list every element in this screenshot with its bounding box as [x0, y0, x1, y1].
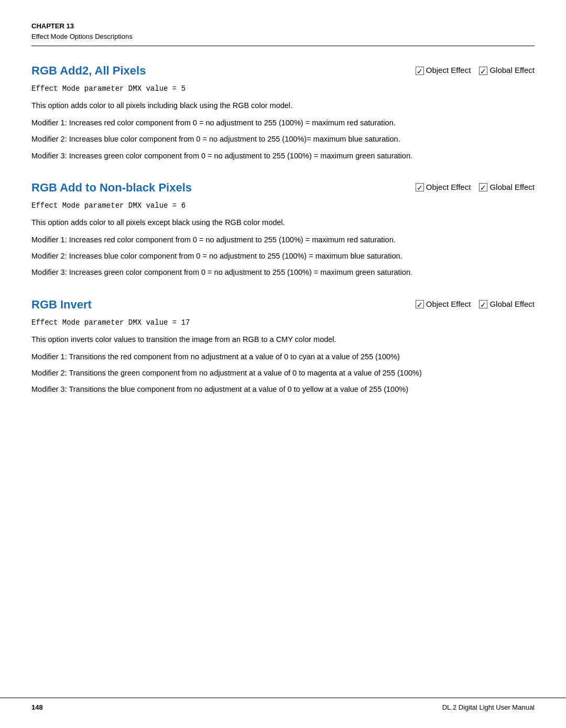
modifier-3-2: Modifier 2: Transitions the green compon…	[31, 367, 535, 379]
chapter-subtitle: Effect Mode Options Descriptions	[31, 31, 535, 42]
section-rgb-invert: RGB Invert Object Effect Global Effect E…	[31, 296, 535, 396]
modifier-1-1: Modifier 1: Increases red color componen…	[31, 117, 535, 129]
section-header-rgb-add2: RGB Add2, All Pixels Object Effect Globa…	[31, 62, 535, 79]
effect-badges-rgb-add-nonblack: Object Effect Global Effect	[416, 181, 535, 194]
chapter-label: CHAPTER 13	[31, 21, 535, 31]
modifier-3-3: Modifier 3: Transitions the blue compone…	[31, 383, 535, 395]
object-effect-badge-3: Object Effect	[416, 298, 471, 311]
modifier-2-2: Modifier 2: Increases blue color compone…	[31, 250, 535, 262]
manual-title: DL.2 Digital Light User Manual	[442, 702, 535, 713]
object-effect-checkbox-2	[416, 183, 424, 191]
object-effect-checkbox-1	[416, 67, 424, 75]
object-effect-badge-1: Object Effect	[416, 65, 471, 77]
section-header-rgb-invert: RGB Invert Object Effect Global Effect	[31, 296, 535, 313]
global-effect-badge-3: Global Effect	[479, 298, 535, 311]
global-effect-checkbox-2	[479, 183, 487, 191]
description-2: This option adds color to all pixels exc…	[31, 217, 535, 229]
page-header: CHAPTER 13 Effect Mode Options Descripti…	[31, 21, 535, 46]
global-effect-checkbox-1	[479, 67, 487, 75]
dmx-value-1: Effect Mode parameter DMX value = 5	[31, 83, 535, 94]
global-effect-label-1: Global Effect	[489, 65, 535, 77]
effect-badges-rgb-add2: Object Effect Global Effect	[416, 65, 535, 77]
object-effect-checkbox-3	[416, 300, 424, 308]
modifier-2-1: Modifier 1: Increases red color componen…	[31, 234, 535, 246]
modifier-3-1: Modifier 1: Transitions the red componen…	[31, 351, 535, 363]
section-title-rgb-add-nonblack: RGB Add to Non-black Pixels	[31, 179, 192, 196]
global-effect-label-2: Global Effect	[489, 181, 535, 194]
global-effect-checkbox-3	[479, 300, 487, 308]
global-effect-label-3: Global Effect	[489, 298, 535, 311]
modifier-1-2: Modifier 2: Increases blue color compone…	[31, 133, 535, 145]
global-effect-badge-2: Global Effect	[479, 181, 535, 194]
modifier-2-3: Modifier 3: Increases green color compon…	[31, 266, 535, 279]
section-title-rgb-invert: RGB Invert	[31, 296, 92, 313]
page-footer: 148 DL.2 Digital Light User Manual	[0, 698, 566, 713]
object-effect-label-3: Object Effect	[426, 298, 471, 311]
object-effect-label-2: Object Effect	[426, 181, 471, 194]
description-3: This option inverts color values to tran…	[31, 334, 535, 346]
section-header-rgb-add-nonblack: RGB Add to Non-black Pixels Object Effec…	[31, 179, 535, 196]
sections-container: RGB Add2, All Pixels Object Effect Globa…	[31, 62, 535, 395]
global-effect-badge-1: Global Effect	[479, 65, 535, 77]
page-number: 148	[31, 702, 43, 713]
description-1: This option adds color to all pixels inc…	[31, 100, 535, 112]
section-rgb-add2: RGB Add2, All Pixels Object Effect Globa…	[31, 62, 535, 162]
section-rgb-add-nonblack: RGB Add to Non-black Pixels Object Effec…	[31, 179, 535, 279]
effect-badges-rgb-invert: Object Effect Global Effect	[416, 298, 535, 311]
dmx-value-2: Effect Mode parameter DMX value = 6	[31, 200, 535, 211]
section-title-rgb-add2: RGB Add2, All Pixels	[31, 62, 146, 79]
object-effect-label-1: Object Effect	[426, 65, 471, 77]
dmx-value-3: Effect Mode parameter DMX value = 17	[31, 317, 535, 328]
modifier-1-3: Modifier 3: Increases green color compon…	[31, 150, 535, 162]
object-effect-badge-2: Object Effect	[416, 181, 471, 194]
